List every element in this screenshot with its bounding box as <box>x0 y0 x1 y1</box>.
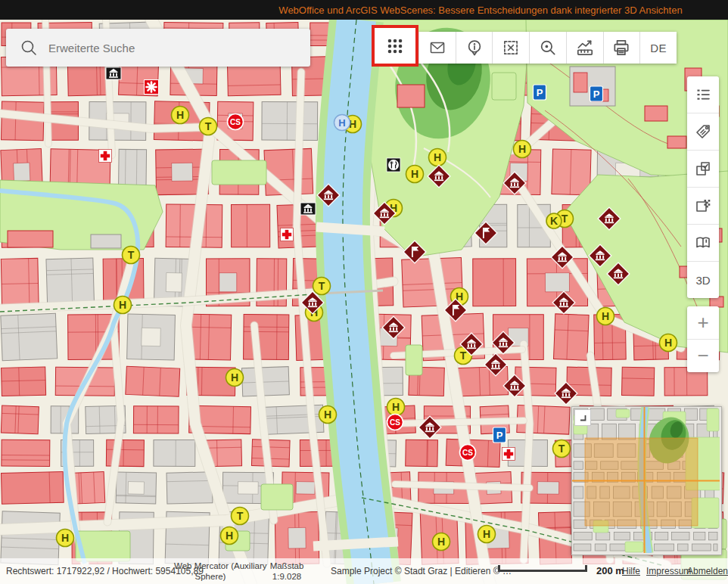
marker-museum-box[interactable] <box>300 203 316 215</box>
marker-stop-h[interactable]: H <box>57 530 74 547</box>
tag-icon <box>694 123 712 141</box>
layer-list-button[interactable] <box>687 76 719 113</box>
select-features-button[interactable] <box>687 150 719 187</box>
map-scale-label: Maßstab1:9.028 <box>263 561 310 582</box>
marker-stop-h[interactable]: H <box>114 297 132 314</box>
marker-stop-h[interactable]: H <box>226 369 244 387</box>
marker-stop-h[interactable]: H <box>406 166 424 183</box>
zoom-in-button[interactable]: + <box>687 306 719 339</box>
tools-sidebar: 3D <box>687 76 719 298</box>
marker-stop-h[interactable]: H <box>387 399 405 416</box>
marker-stop-h[interactable]: H <box>172 107 189 124</box>
marker-stop-h[interactable]: H <box>597 308 614 325</box>
info-pin-icon <box>465 38 484 57</box>
marker-stop-h[interactable]: H <box>514 141 531 158</box>
marker-parking[interactable]: P <box>534 85 546 100</box>
marker-stop-t[interactable]: T <box>200 118 217 135</box>
svg-text:K: K <box>550 215 558 227</box>
status-bar: Rechtswert: 1717922,92 / Hochwert: 59541… <box>0 558 728 584</box>
overview-map[interactable] <box>571 406 722 555</box>
marker-red-cross[interactable] <box>281 228 294 241</box>
svg-text:T: T <box>460 349 467 362</box>
svg-text:H: H <box>338 117 345 129</box>
main-toolbar: DE <box>376 32 677 64</box>
marker-stop-h[interactable]: H <box>660 334 677 352</box>
svg-text:H: H <box>602 310 609 322</box>
scalebar-label: 200 m <box>596 565 624 576</box>
squares-check-icon <box>694 160 712 178</box>
marker-stop-h-blue[interactable]: H <box>334 115 350 131</box>
marker-gastronomy[interactable] <box>387 158 400 172</box>
view-3d-button[interactable]: 3D <box>687 261 719 298</box>
view-3d-label: 3D <box>695 274 710 287</box>
marker-stop-k[interactable]: K <box>546 213 562 228</box>
svg-text:P: P <box>537 87 543 98</box>
svg-text:CS: CS <box>230 118 241 126</box>
svg-text:T: T <box>562 213 568 225</box>
svg-text:H: H <box>411 168 418 180</box>
svg-text:H: H <box>61 532 69 544</box>
marker-stop-h[interactable]: H <box>429 149 446 166</box>
weboffice-app: { "banner": {"text": "WebOffice und ArcG… <box>0 0 728 584</box>
marker-stop-h[interactable]: H <box>433 533 450 551</box>
help-link[interactable]: Hilfe <box>622 566 640 576</box>
marker-parking[interactable]: P <box>493 427 506 443</box>
svg-text:P: P <box>496 430 503 441</box>
map-book-button[interactable] <box>687 224 719 261</box>
svg-text:CS: CS <box>390 418 400 427</box>
overview-collapse-button[interactable] <box>574 409 591 426</box>
identify-button[interactable] <box>456 32 493 64</box>
svg-text:T: T <box>205 120 212 132</box>
marker-museum-box[interactable] <box>106 67 121 79</box>
marker-cs-badge[interactable]: CS <box>460 445 476 461</box>
imprint-link[interactable]: Impressum <box>646 566 691 576</box>
marker-stop-t[interactable]: T <box>232 508 249 525</box>
minus-icon: − <box>697 344 708 368</box>
marker-cs-badge[interactable]: CS <box>387 415 403 430</box>
collapse-corner-icon <box>577 412 589 424</box>
svg-text:T: T <box>237 510 244 522</box>
zoom-out-button[interactable]: − <box>687 339 719 372</box>
svg-text:H: H <box>434 151 441 163</box>
language-label: DE <box>650 42 667 54</box>
mail-icon <box>428 39 447 57</box>
banner-text: WebOffice und ArcGIS WebScenes: Bessere … <box>278 5 682 16</box>
apps-grid-icon <box>385 36 405 56</box>
apps-grid-highlight[interactable] <box>372 25 418 67</box>
marker-stop-h[interactable]: H <box>221 527 238 545</box>
marker-cs-badge[interactable]: CS <box>228 114 244 130</box>
marker-parking[interactable]: P <box>590 86 603 101</box>
marker-stop-t[interactable]: T <box>553 440 571 458</box>
svg-text:H: H <box>176 109 184 121</box>
marker-stop-h[interactable]: H <box>319 406 337 424</box>
svg-text:H: H <box>231 371 238 384</box>
search-bar[interactable]: Erweiterte Suche <box>6 29 310 67</box>
logout-link[interactable]: Abmelden <box>687 566 728 576</box>
zoom-magnifier-icon <box>538 38 558 57</box>
marker-stop-h[interactable]: H <box>478 526 496 543</box>
print-button[interactable] <box>603 32 640 64</box>
svg-text:H: H <box>437 536 445 548</box>
printer-icon <box>611 38 631 57</box>
marker-pharmacy-star[interactable] <box>145 80 159 95</box>
top-banner: WebOffice und ArcGIS WebScenes: Bessere … <box>0 0 728 20</box>
marker-red-cross[interactable] <box>502 448 515 461</box>
scalebar <box>498 565 587 572</box>
select-box-icon <box>501 38 521 57</box>
marker-red-cross[interactable] <box>99 150 112 163</box>
marker-stop-t[interactable]: T <box>313 278 331 295</box>
checker-square-icon <box>694 197 712 215</box>
measure-button[interactable] <box>566 32 603 64</box>
zoom-select-button[interactable] <box>529 32 566 64</box>
svg-text:H: H <box>518 143 526 155</box>
svg-text:CS: CS <box>462 449 473 457</box>
transparency-button[interactable] <box>687 187 719 224</box>
mail-button[interactable] <box>418 32 456 64</box>
svg-text:T: T <box>128 249 135 261</box>
measure-icon <box>575 38 595 57</box>
language-button[interactable]: DE <box>639 32 677 64</box>
labels-button[interactable] <box>687 113 719 150</box>
select-region-button[interactable] <box>492 32 529 64</box>
marker-stop-t[interactable]: T <box>123 247 140 264</box>
svg-text:H: H <box>392 401 400 413</box>
